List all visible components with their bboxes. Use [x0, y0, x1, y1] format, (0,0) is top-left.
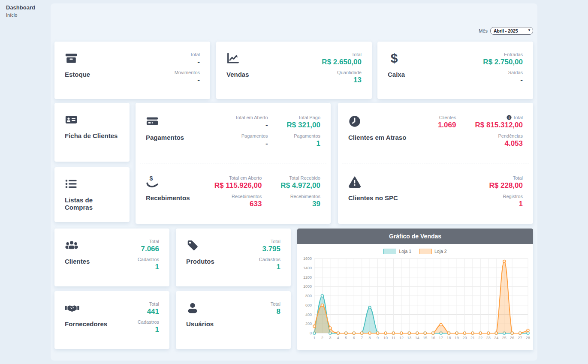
card-title: Fornecedores — [65, 320, 107, 328]
stat-value: R$ 228,00 — [489, 181, 523, 190]
svg-text:16: 16 — [431, 336, 435, 340]
svg-text:800: 800 — [305, 294, 312, 298]
month-filter-label: Mês — [479, 28, 488, 33]
legend-item-loja2[interactable]: Loja 2 — [419, 249, 447, 254]
legend-swatch-loja1 — [383, 249, 396, 254]
stat-value: R$ 4.972,00 — [280, 181, 320, 190]
section-clientes-em-atraso: Clientes em Atraso Clientes1.069 iTotal … — [338, 103, 533, 163]
stat-value: 39 — [280, 200, 320, 208]
card-clientes[interactable]: Clientes Total7.066 Cadastros1 — [54, 229, 169, 286]
legend-swatch-loja2 — [419, 249, 432, 254]
stat-label: Total — [322, 52, 362, 57]
list-icon — [65, 177, 119, 190]
stat-label: Cadastros — [138, 257, 159, 262]
stat-label: Total em Aberto — [235, 115, 268, 120]
legend-item-loja1[interactable]: Loja 1 — [383, 249, 411, 254]
stat-label: Pagamentos — [287, 133, 320, 138]
hand-holding-dollar-icon: $ — [146, 175, 196, 188]
card-title: Produtos — [186, 258, 214, 265]
svg-text:6: 6 — [353, 336, 355, 340]
svg-text:10: 10 — [383, 336, 388, 340]
svg-text:14: 14 — [415, 336, 419, 340]
svg-text:15: 15 — [423, 336, 427, 340]
user-icon — [186, 301, 214, 314]
svg-text:600: 600 — [305, 303, 312, 307]
stat-label: Pendências — [475, 133, 523, 138]
stat-value: - — [235, 121, 268, 129]
credit-card-icon — [146, 115, 216, 128]
card-title: Caixa — [388, 71, 405, 78]
stat-value: 1 — [138, 263, 159, 271]
svg-text:1600: 1600 — [303, 256, 312, 261]
stat-value: 1.069 — [438, 121, 456, 129]
info-icon[interactable]: i — [507, 115, 512, 120]
sales-line-chart[interactable]: 0200400600800100012001400160012345678910… — [299, 255, 531, 349]
chart-legend: Loja 1 Loja 2 — [299, 247, 531, 255]
stat-label: Saídas — [508, 70, 523, 75]
tag-icon — [186, 239, 214, 252]
stat-label: Recebimentos — [280, 194, 320, 199]
svg-text:400: 400 — [305, 313, 312, 317]
svg-text:5: 5 — [345, 336, 347, 340]
stat-label: Movimentos — [175, 70, 200, 75]
stat-value: 3.795 — [262, 245, 280, 253]
stat-label: Entradas — [483, 52, 523, 57]
stat-value: R$ 815.312,00 — [475, 121, 523, 129]
stat-label: Clientes — [438, 115, 456, 120]
svg-text:$: $ — [391, 52, 398, 65]
svg-text:8: 8 — [369, 336, 371, 340]
card-vendas[interactable]: Vendas TotalR$ 2.650,00 Quantidade13 — [216, 42, 372, 99]
stat-label: Registros — [489, 194, 523, 199]
stat-value: 8 — [271, 307, 280, 316]
card-title: Recebimentos — [146, 194, 196, 202]
breadcrumb[interactable]: Início — [6, 12, 17, 18]
stat-label: Total — [271, 301, 280, 307]
stat-value: 441 — [147, 307, 159, 316]
card-title: Estoque — [65, 71, 90, 78]
svg-text:22: 22 — [478, 336, 482, 340]
stat-label: Total em Aberto — [214, 175, 262, 180]
handshake-icon — [65, 301, 107, 314]
card-title: Vendas — [226, 71, 249, 78]
stat-value: R$ 2.750,00 — [483, 58, 523, 66]
stat-value: 1 — [138, 325, 159, 334]
section-pagamentos: Pagamentos Total em Aberto- Pagamentos- … — [136, 103, 331, 163]
month-filter: Mês Abril - 2025 ▼ — [446, 27, 533, 35]
card-title: Listas de Compras — [65, 196, 119, 211]
card-title: Clientes em Atraso — [348, 134, 419, 141]
stat-value: R$ 2.650,00 — [322, 58, 362, 66]
card-pagamentos-recebimentos[interactable]: Pagamentos Total em Aberto- Pagamentos- … — [136, 103, 331, 224]
svg-text:200: 200 — [305, 322, 312, 326]
stat-label: Total — [262, 239, 280, 244]
stat-value: 4.053 — [475, 139, 523, 148]
svg-text:1400: 1400 — [303, 266, 312, 270]
card-usuarios[interactable]: Usuários Total8 — [176, 291, 291, 349]
stat-label: iTotal — [475, 115, 523, 120]
card-atraso-spc[interactable]: Clientes em Atraso Clientes1.069 iTotal … — [338, 103, 533, 224]
svg-text:3: 3 — [329, 336, 331, 340]
svg-text:23: 23 — [486, 336, 491, 340]
month-select[interactable]: Abril - 2025 — [490, 27, 533, 35]
svg-text:24: 24 — [494, 336, 498, 340]
svg-text:13: 13 — [407, 336, 411, 340]
card-estoque[interactable]: Estoque Total- Movimentos- — [54, 42, 210, 99]
svg-text:27: 27 — [518, 336, 522, 340]
warning-triangle-icon — [348, 175, 452, 188]
svg-text:21: 21 — [470, 336, 475, 340]
card-produtos[interactable]: Produtos Total3.795 Cadastros1 — [176, 229, 291, 286]
stat-value: - — [190, 58, 200, 66]
section-clientes-no-spc: Clientes no SPC TotalR$ 228,00 Registros… — [338, 163, 533, 223]
card-listas-de-compras[interactable]: Listas de Compras — [54, 167, 130, 222]
card-fornecedores[interactable]: Fornecedores Total441 Cadastros1 — [54, 291, 169, 349]
card-title: Clientes no SPC — [348, 194, 452, 202]
stat-label: Total — [141, 239, 159, 244]
card-ficha-de-clientes[interactable]: Ficha de Clientes — [54, 103, 130, 162]
svg-text:4: 4 — [337, 336, 339, 340]
svg-text:2: 2 — [321, 336, 323, 340]
card-caixa[interactable]: $ Caixa EntradasR$ 2.750,00 Saídas- — [377, 42, 533, 99]
stat-value: 7.066 — [141, 245, 159, 253]
card-title: Ficha de Clientes — [65, 132, 118, 139]
svg-text:1200: 1200 — [303, 275, 312, 280]
users-icon — [65, 239, 90, 252]
stat-label: Total — [147, 301, 159, 307]
